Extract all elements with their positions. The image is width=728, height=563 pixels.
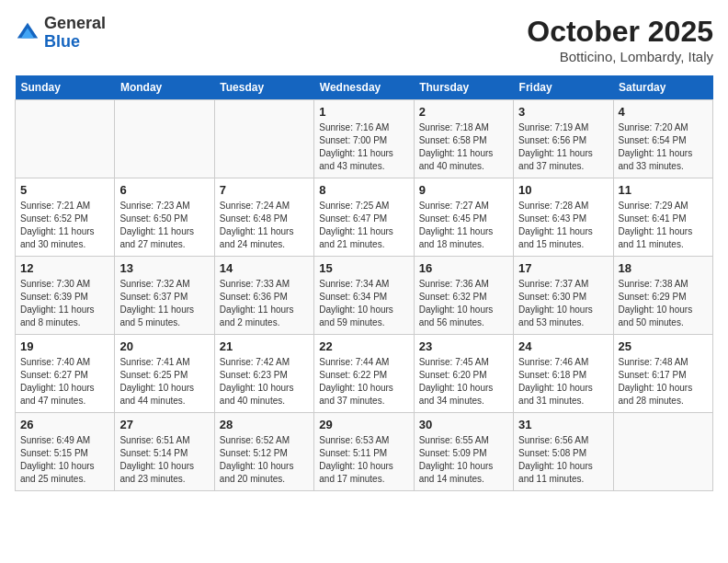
weekday-header-row: SundayMondayTuesdayWednesdayThursdayFrid…: [16, 75, 713, 100]
calendar-cell: 16Sunrise: 7:36 AM Sunset: 6:32 PM Dayli…: [414, 257, 513, 335]
calendar-cell: [16, 100, 115, 178]
calendar-cell: 5Sunrise: 7:21 AM Sunset: 6:52 PM Daylig…: [16, 178, 115, 257]
location: Botticino, Lombardy, Italy: [527, 49, 713, 64]
page-header: General Blue October 2025 Botticino, Lom…: [15, 15, 713, 64]
day-number: 26: [20, 418, 109, 431]
title-block: October 2025 Botticino, Lombardy, Italy: [527, 15, 713, 64]
calendar-cell: 25Sunrise: 7:48 AM Sunset: 6:17 PM Dayli…: [613, 335, 712, 413]
day-number: 30: [419, 418, 508, 431]
day-number: 21: [220, 339, 309, 353]
day-info: Sunrise: 7:16 AM Sunset: 7:00 PM Dayligh…: [319, 121, 408, 173]
day-info: Sunrise: 7:28 AM Sunset: 6:43 PM Dayligh…: [518, 200, 608, 251]
calendar-cell: 17Sunrise: 7:37 AM Sunset: 6:30 PM Dayli…: [514, 257, 613, 335]
day-number: 31: [518, 418, 608, 431]
day-info: Sunrise: 7:33 AM Sunset: 6:36 PM Dayligh…: [220, 278, 309, 329]
day-info: Sunrise: 6:49 AM Sunset: 5:15 PM Dayligh…: [20, 434, 109, 486]
day-number: 19: [20, 339, 109, 353]
day-info: Sunrise: 7:23 AM Sunset: 6:50 PM Dayligh…: [119, 200, 209, 251]
logo: General Blue: [15, 15, 106, 52]
day-info: Sunrise: 7:30 AM Sunset: 6:39 PM Dayligh…: [20, 278, 109, 329]
calendar-cell: 20Sunrise: 7:41 AM Sunset: 6:25 PM Dayli…: [115, 335, 214, 413]
calendar-cell: 31Sunrise: 6:56 AM Sunset: 5:08 PM Dayli…: [514, 413, 613, 491]
day-info: Sunrise: 7:32 AM Sunset: 6:37 PM Dayligh…: [119, 278, 209, 329]
day-info: Sunrise: 7:45 AM Sunset: 6:20 PM Dayligh…: [419, 356, 508, 408]
weekday-header-friday: Friday: [514, 75, 613, 100]
calendar-cell: 10Sunrise: 7:28 AM Sunset: 6:43 PM Dayli…: [514, 178, 613, 257]
calendar-cell: 19Sunrise: 7:40 AM Sunset: 6:27 PM Dayli…: [16, 335, 115, 413]
day-number: 20: [119, 339, 209, 353]
weekday-header-thursday: Thursday: [414, 75, 513, 100]
day-number: 7: [220, 183, 309, 197]
day-number: 22: [319, 339, 408, 353]
calendar-cell: 15Sunrise: 7:34 AM Sunset: 6:34 PM Dayli…: [314, 257, 414, 335]
calendar-cell: 24Sunrise: 7:46 AM Sunset: 6:18 PM Dayli…: [514, 335, 613, 413]
day-info: Sunrise: 7:29 AM Sunset: 6:41 PM Dayligh…: [619, 200, 708, 251]
logo-general: General: [44, 14, 106, 32]
day-info: Sunrise: 7:40 AM Sunset: 6:27 PM Dayligh…: [20, 356, 109, 408]
calendar-cell: 6Sunrise: 7:23 AM Sunset: 6:50 PM Daylig…: [115, 178, 214, 257]
day-info: Sunrise: 6:55 AM Sunset: 5:09 PM Dayligh…: [419, 434, 508, 486]
calendar-cell: 4Sunrise: 7:20 AM Sunset: 6:54 PM Daylig…: [613, 100, 712, 178]
calendar-cell: 3Sunrise: 7:19 AM Sunset: 6:56 PM Daylig…: [514, 100, 613, 178]
calendar-cell: 26Sunrise: 6:49 AM Sunset: 5:15 PM Dayli…: [16, 413, 115, 491]
calendar-cell: [115, 100, 214, 178]
day-number: 8: [319, 183, 408, 197]
day-info: Sunrise: 7:42 AM Sunset: 6:23 PM Dayligh…: [220, 356, 309, 408]
weekday-header-monday: Monday: [115, 75, 214, 100]
day-info: Sunrise: 7:41 AM Sunset: 6:25 PM Dayligh…: [119, 356, 209, 408]
calendar-week-row: 5Sunrise: 7:21 AM Sunset: 6:52 PM Daylig…: [16, 178, 713, 257]
day-number: 16: [419, 261, 508, 275]
day-info: Sunrise: 7:38 AM Sunset: 6:29 PM Dayligh…: [619, 278, 708, 329]
day-info: Sunrise: 6:51 AM Sunset: 5:14 PM Dayligh…: [119, 434, 209, 486]
calendar-week-row: 1Sunrise: 7:16 AM Sunset: 7:00 PM Daylig…: [16, 100, 713, 178]
calendar-cell: 1Sunrise: 7:16 AM Sunset: 7:00 PM Daylig…: [314, 100, 414, 178]
day-info: Sunrise: 7:34 AM Sunset: 6:34 PM Dayligh…: [319, 278, 408, 329]
day-number: 6: [119, 183, 209, 197]
day-info: Sunrise: 7:18 AM Sunset: 6:58 PM Dayligh…: [419, 121, 508, 173]
day-number: 27: [119, 418, 209, 431]
day-number: 2: [419, 105, 508, 119]
day-number: 10: [518, 183, 608, 197]
month-title: October 2025: [527, 15, 713, 49]
day-info: Sunrise: 7:25 AM Sunset: 6:47 PM Dayligh…: [319, 200, 408, 251]
calendar-week-row: 19Sunrise: 7:40 AM Sunset: 6:27 PM Dayli…: [16, 335, 713, 413]
day-number: 4: [619, 105, 708, 119]
day-info: Sunrise: 7:36 AM Sunset: 6:32 PM Dayligh…: [419, 278, 508, 329]
logo-blue: Blue: [44, 32, 80, 51]
calendar-week-row: 12Sunrise: 7:30 AM Sunset: 6:39 PM Dayli…: [16, 257, 713, 335]
calendar-cell: 2Sunrise: 7:18 AM Sunset: 6:58 PM Daylig…: [414, 100, 513, 178]
weekday-header-sunday: Sunday: [16, 75, 115, 100]
day-number: 14: [220, 261, 309, 275]
calendar-table: SundayMondayTuesdayWednesdayThursdayFrid…: [15, 75, 713, 491]
calendar-cell: [214, 100, 313, 178]
day-number: 12: [20, 261, 109, 275]
day-info: Sunrise: 7:19 AM Sunset: 6:56 PM Dayligh…: [518, 121, 608, 173]
day-number: 18: [619, 261, 708, 275]
day-number: 25: [619, 339, 708, 353]
calendar-cell: 14Sunrise: 7:33 AM Sunset: 6:36 PM Dayli…: [214, 257, 313, 335]
day-info: Sunrise: 6:52 AM Sunset: 5:12 PM Dayligh…: [220, 434, 309, 486]
day-number: 28: [220, 418, 309, 431]
day-info: Sunrise: 7:44 AM Sunset: 6:22 PM Dayligh…: [319, 356, 408, 408]
logo-icon: [15, 20, 40, 46]
day-number: 13: [119, 261, 209, 275]
day-info: Sunrise: 7:20 AM Sunset: 6:54 PM Dayligh…: [619, 121, 708, 173]
day-number: 24: [518, 339, 608, 353]
day-info: Sunrise: 7:46 AM Sunset: 6:18 PM Dayligh…: [518, 356, 608, 408]
day-number: 1: [319, 105, 408, 119]
calendar-cell: 29Sunrise: 6:53 AM Sunset: 5:11 PM Dayli…: [314, 413, 414, 491]
calendar-cell: 28Sunrise: 6:52 AM Sunset: 5:12 PM Dayli…: [214, 413, 313, 491]
day-number: 11: [619, 183, 708, 197]
calendar-cell: 7Sunrise: 7:24 AM Sunset: 6:48 PM Daylig…: [214, 178, 313, 257]
weekday-header-wednesday: Wednesday: [314, 75, 414, 100]
day-info: Sunrise: 7:24 AM Sunset: 6:48 PM Dayligh…: [220, 200, 309, 251]
day-number: 5: [20, 183, 109, 197]
day-info: Sunrise: 7:27 AM Sunset: 6:45 PM Dayligh…: [419, 200, 508, 251]
day-number: 17: [518, 261, 608, 275]
calendar-cell: 13Sunrise: 7:32 AM Sunset: 6:37 PM Dayli…: [115, 257, 214, 335]
calendar-cell: 27Sunrise: 6:51 AM Sunset: 5:14 PM Dayli…: [115, 413, 214, 491]
calendar-cell: 21Sunrise: 7:42 AM Sunset: 6:23 PM Dayli…: [214, 335, 313, 413]
day-number: 23: [419, 339, 508, 353]
calendar-cell: 30Sunrise: 6:55 AM Sunset: 5:09 PM Dayli…: [414, 413, 513, 491]
logo-text: General Blue: [44, 15, 106, 52]
